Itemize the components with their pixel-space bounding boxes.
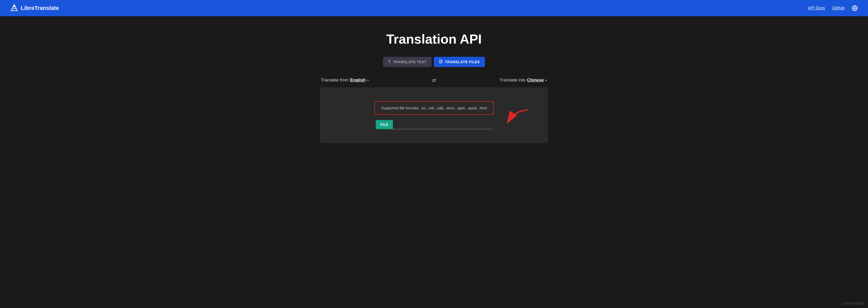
file-name-display[interactable] <box>393 120 492 130</box>
into-language: Chinese <box>527 78 544 83</box>
from-language: English <box>350 78 366 83</box>
api-docs-link[interactable]: API Docs <box>808 6 825 10</box>
red-arrow-annotation <box>502 108 533 128</box>
brand-name: LibreTranslate <box>21 5 59 11</box>
into-prefix: Translate into <box>499 78 525 83</box>
translate-text-label: TRANSLATE TEXT <box>393 60 427 64</box>
files-tab-icon <box>439 59 443 64</box>
main-content: Translation API T TRANSLATE TEXT TRANSLA… <box>0 16 868 158</box>
translation-container: Translate from English ▾ ⇄ Translate int… <box>320 77 548 143</box>
translation-box: Supported file formats: .txt, .odt, .odp… <box>320 87 548 143</box>
translate-files-tab[interactable]: TRANSLATE FILES <box>434 57 485 67</box>
navbar: LibreTranslate API Docs GitHub <box>0 0 868 16</box>
file-button[interactable]: FILE <box>376 120 393 129</box>
from-language-selector[interactable]: Translate from English ▾ <box>321 78 369 83</box>
language-row: Translate from English ▾ ⇄ Translate int… <box>320 77 548 83</box>
into-language-selector[interactable]: Translate into Chinese ▾ <box>499 78 547 83</box>
translate-text-tab[interactable]: T TRANSLATE TEXT <box>383 57 432 67</box>
from-prefix: Translate from <box>321 78 348 83</box>
brand-icon <box>10 4 18 12</box>
translate-files-label: TRANSLATE FILES <box>445 60 480 64</box>
from-language-chevron: ▾ <box>367 78 369 82</box>
github-link[interactable]: GitHub <box>832 6 845 10</box>
globe-icon[interactable] <box>852 5 858 11</box>
tab-buttons: T TRANSLATE TEXT TRANSLATE FILES <box>383 57 485 67</box>
into-language-chevron: ▾ <box>545 78 547 82</box>
page-title: Translation API <box>386 31 482 47</box>
file-formats-text: Supported file formats: .txt, .odt, .odp… <box>381 106 487 110</box>
swap-languages-icon[interactable]: ⇄ <box>432 77 436 83</box>
file-formats-notice: Supported file formats: .txt, .odt, .odp… <box>374 101 494 115</box>
watermark-text: CSDN ©杨振老苏 <box>842 302 864 305</box>
brand-logo[interactable]: LibreTranslate <box>10 4 59 12</box>
text-tab-icon: T <box>388 60 391 64</box>
watermark: CSDN ©杨振老苏 <box>842 302 864 305</box>
navbar-links: API Docs GitHub <box>808 5 858 11</box>
file-input-row: FILE <box>376 120 492 130</box>
